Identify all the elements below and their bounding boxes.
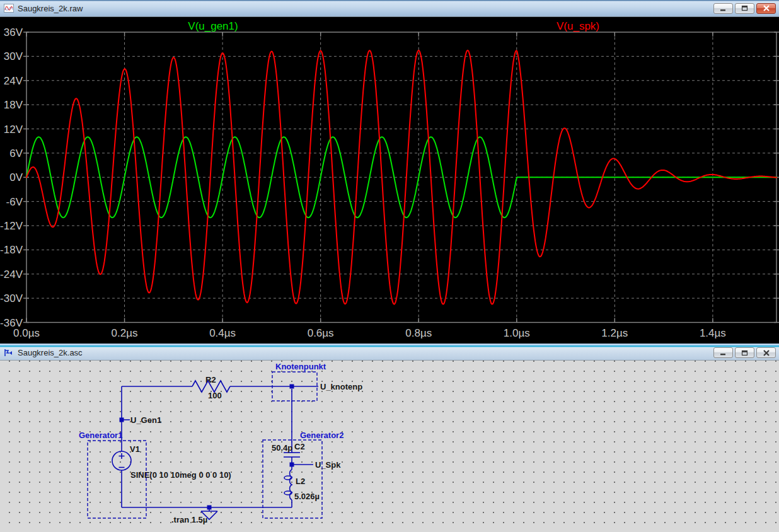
plus-icon	[119, 453, 125, 459]
y-axis-label: 12V	[4, 124, 23, 136]
x-axis-label: 0.2µs	[112, 327, 138, 339]
resistor-R2[interactable]: R2 100	[192, 375, 230, 400]
component-value-L2[interactable]: 5.026µ	[294, 492, 320, 501]
voltage-source-V1[interactable]: V1 SINE(0 10 10meg 0 0 0 10)	[112, 444, 231, 480]
restore-icon	[741, 350, 749, 356]
annotation-label-generator1[interactable]: Generator1	[79, 431, 122, 440]
annotation-label-knotenpunkt[interactable]: Knotenpunkt	[275, 362, 326, 371]
node-spk[interactable]	[290, 463, 294, 467]
component-ref-V1[interactable]: V1	[130, 444, 140, 454]
component-value-R2[interactable]: 100	[208, 391, 222, 400]
schematic-titlebar[interactable]: Saugkreis_2k.asc	[0, 345, 779, 361]
component-ref-C2[interactable]: C2	[294, 442, 305, 451]
net-label-u-gen1[interactable]: U_Gen1	[130, 415, 161, 425]
schematic-canvas[interactable]: R2 100 V1 SINE(0 10 10meg 0 0 0 10) 50.4…	[0, 361, 779, 532]
close-icon	[763, 5, 770, 11]
x-axis-label: 1.2µs	[601, 327, 628, 339]
restore-button-asc[interactable]	[735, 347, 754, 358]
y-axis-label: 24V	[4, 75, 23, 87]
component-value-C2[interactable]: 50.4p	[272, 443, 292, 453]
schematic-window-title: Saugkreis_2k.asc	[18, 348, 83, 357]
waveform-plot[interactable]: 0.0µs0.2µs0.4µs0.6µs0.8µs1.0µs1.2µs1.4µs…	[0, 17, 779, 344]
schematic-window: Saugkreis_2k.asc	[0, 345, 779, 532]
y-axis-label: -6V	[6, 196, 23, 208]
minimize-icon	[719, 350, 727, 356]
y-axis-label: -36V	[0, 317, 23, 329]
waveform-titlebar[interactable]: Saugkreis_2k.raw	[0, 0, 779, 17]
y-axis-label: 18V	[4, 99, 23, 111]
close-button[interactable]	[756, 3, 776, 14]
x-axis-label: 0.8µs	[405, 327, 432, 339]
capacitor-C2[interactable]: 50.4p C2	[272, 442, 305, 457]
close-button-asc[interactable]	[756, 347, 776, 358]
annotation-label-generator2[interactable]: Generator2	[300, 431, 343, 440]
minimize-icon	[719, 6, 727, 11]
x-axis-label: 0.4µs	[209, 327, 236, 339]
restore-icon	[741, 5, 749, 11]
component-value-V1[interactable]: SINE(0 10 10meg 0 0 0 10)	[130, 470, 231, 480]
component-ref-R2[interactable]: R2	[205, 375, 216, 385]
node-knotenp[interactable]	[290, 385, 294, 389]
y-axis-label: -18V	[0, 244, 23, 256]
node-ground[interactable]	[207, 506, 212, 510]
y-axis-label: 6V	[9, 147, 23, 159]
minimize-button[interactable]	[713, 3, 733, 14]
spice-directive[interactable]: .tran 1.5µ	[171, 515, 207, 524]
y-axis-label: -30V	[0, 292, 23, 304]
plot-background	[0, 17, 779, 344]
schematic-window-controls	[712, 347, 776, 358]
y-axis-label: 36V	[4, 26, 23, 38]
node-gen1[interactable]	[120, 418, 124, 422]
waveform-window-controls	[712, 3, 776, 14]
component-ref-L2[interactable]: L2	[296, 477, 305, 486]
net-label-u-spk[interactable]: U_Spk	[315, 460, 341, 470]
legend-v-u-spk-[interactable]: V(u_spk)	[557, 20, 599, 32]
y-axis-label: 30V	[4, 50, 23, 62]
waveform-window: Saugkreis_2k.raw 0.0µs0.2µs0.4µs0.6µs0.8…	[0, 0, 779, 344]
schematic-file-icon	[4, 348, 14, 358]
waveform-file-icon	[4, 3, 14, 13]
waveform-window-title: Saugkreis_2k.raw	[18, 4, 83, 13]
net-label-u-knotenp[interactable]: U_knotenp	[320, 382, 362, 391]
y-axis-label: -12V	[0, 220, 23, 232]
legend-v-u-gen1-[interactable]: V(u_gen1)	[188, 20, 238, 32]
ltspice-workspace: Saugkreis_2k.raw 0.0µs0.2µs0.4µs0.6µs0.8…	[0, 0, 779, 532]
x-axis-label: 0.6µs	[308, 327, 334, 339]
x-axis-label: 0.0µs	[13, 327, 40, 339]
restore-button[interactable]	[735, 3, 754, 14]
y-axis-label: 0V	[9, 171, 23, 183]
close-icon	[763, 350, 770, 356]
x-axis-label: 1.0µs	[504, 327, 530, 339]
minimize-button-asc[interactable]	[713, 347, 733, 358]
x-axis-label: 1.4µs	[700, 327, 726, 339]
y-axis-label: -24V	[0, 269, 23, 280]
inductor-L2[interactable]: L2 5.026µ	[284, 470, 320, 501]
